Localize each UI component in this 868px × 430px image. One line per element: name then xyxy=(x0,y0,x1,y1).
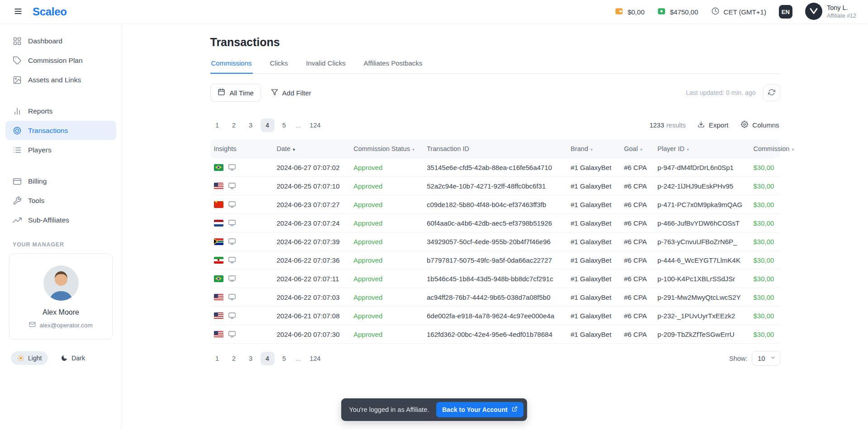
cell-player-id: p-232-_1PUvUyrTxEEzk2 xyxy=(652,307,748,325)
sidebar-item-reports[interactable]: Reports xyxy=(5,101,116,121)
table-row[interactable]: 2024-06-27 07:07:02 Approved 35145e6e-cf… xyxy=(210,158,780,177)
cell-brand: #1 GalaxyBet xyxy=(565,288,619,307)
page-button-1[interactable]: 1 xyxy=(210,118,224,132)
sidebar-item-players[interactable]: Players xyxy=(5,140,116,160)
cell-transaction-id: 6de002fa-e918-4a78-9624-4c97ee000e4a xyxy=(422,307,565,325)
cell-commission: $30,00 xyxy=(748,269,780,288)
page-button-3[interactable]: 3 xyxy=(244,352,258,365)
table-row[interactable]: 2024-06-22 07:07:36 Approved b7797817-50… xyxy=(210,251,780,269)
user-role: Affiliate #12 xyxy=(827,12,856,19)
date-range-button[interactable]: All Time xyxy=(210,84,261,102)
cell-brand: #1 GalaxyBet xyxy=(565,177,619,195)
country-flag-icon xyxy=(214,312,223,319)
app-logo[interactable]: Scaleo xyxy=(33,5,67,18)
table-row[interactable]: 2024-06-22 07:07:11 Approved 1b546c45-1b… xyxy=(210,269,780,288)
sidebar-item-label: Assets and Links xyxy=(28,76,81,84)
theme-dark-button[interactable]: Dark xyxy=(54,351,91,365)
theme-dark-label: Dark xyxy=(71,354,85,362)
pending-balance[interactable]: $0,00 xyxy=(615,7,645,17)
cell-goal: #6 CPA xyxy=(619,232,652,251)
page-button-1[interactable]: 1 xyxy=(210,352,224,365)
cell-goal: #6 CPA xyxy=(619,307,652,325)
column-header-goal[interactable]: Goal▾ xyxy=(619,139,652,158)
columns-button[interactable]: Columns xyxy=(740,118,780,132)
cell-commission-status: Approved xyxy=(348,269,422,288)
table-row[interactable]: 2024-06-22 07:07:03 Approved ac94ff28-76… xyxy=(210,288,780,307)
language-selector[interactable]: EN xyxy=(779,5,792,19)
hamburger-menu-button[interactable] xyxy=(12,5,24,19)
table-row[interactable]: 2024-06-20 07:07:30 Approved 162fd362-00… xyxy=(210,325,780,344)
pagination-top: 12345...124 xyxy=(210,118,325,132)
sidebar-item-label: Dashboard xyxy=(28,37,62,45)
available-balance-value: $4750,00 xyxy=(670,8,698,16)
tab-clicks[interactable]: Clicks xyxy=(269,54,289,74)
cell-player-id: p-466-JufBvYDW6hCOSsT xyxy=(652,214,748,232)
device-desktop-icon xyxy=(228,293,236,301)
cell-goal: #6 CPA xyxy=(619,195,652,214)
cell-commission: $30,00 xyxy=(748,232,780,251)
page-button-2[interactable]: 2 xyxy=(227,352,241,365)
device-desktop-icon xyxy=(228,237,236,246)
available-balance[interactable]: $4750,00 xyxy=(657,7,698,17)
page-button-5[interactable]: 5 xyxy=(277,118,291,132)
column-header-date[interactable]: Date▾ xyxy=(271,139,348,158)
sidebar-item-tools[interactable]: Tools xyxy=(5,191,116,210)
back-to-account-button[interactable]: Back to Your Account xyxy=(436,402,523,417)
cell-transaction-id: b7797817-5075-49fc-9a5f-0da66ac22727 xyxy=(422,251,565,269)
page-size-select[interactable]: 10 xyxy=(752,351,780,366)
sidebar-item-billing[interactable]: Billing xyxy=(5,171,116,191)
cell-brand: #1 GalaxyBet xyxy=(565,232,619,251)
page-size-value: 10 xyxy=(758,355,765,362)
page-button-2[interactable]: 2 xyxy=(227,118,241,132)
theme-light-button[interactable]: Light xyxy=(11,351,48,365)
column-header-commission-status[interactable]: Commission Status▾ xyxy=(348,139,422,158)
page-button-124[interactable]: 124 xyxy=(306,352,325,365)
sort-caret-icon: ▾ xyxy=(412,147,414,152)
page-button-4[interactable]: 4 xyxy=(261,118,275,132)
table-row[interactable]: 2024-06-25 07:07:10 Approved 52a2c94e-10… xyxy=(210,177,780,195)
page-button-5[interactable]: 5 xyxy=(277,352,291,365)
table-row[interactable]: 2024-06-21 07:07:08 Approved 6de002fa-e9… xyxy=(210,307,780,325)
cell-commission: $30,00 xyxy=(748,158,780,177)
export-button[interactable]: Export xyxy=(697,118,729,132)
sidebar-item-label: Transactions xyxy=(28,127,68,135)
sidebar-item-commission-plan[interactable]: Commission Plan xyxy=(5,51,116,70)
tab-affiliates-postbacks[interactable]: Affiliates Postbacks xyxy=(363,54,423,74)
table-row[interactable]: 2024-06-22 07:07:39 Approved 34929057-50… xyxy=(210,232,780,251)
page-button-4[interactable]: 4 xyxy=(261,352,275,365)
column-header-brand[interactable]: Brand▾ xyxy=(565,139,619,158)
sidebar-item-transactions[interactable]: Transactions xyxy=(5,121,116,140)
page-button-3[interactable]: 3 xyxy=(244,118,258,132)
columns-label: Columns xyxy=(752,121,779,129)
sort-caret-icon: ▾ xyxy=(590,147,593,152)
user-menu[interactable]: Tony L. Affiliate #12 xyxy=(805,3,856,21)
column-header-commission[interactable]: Commission▾ xyxy=(748,139,780,158)
country-flag-icon xyxy=(214,201,223,208)
manager-email-value: alex@operator.com xyxy=(39,322,92,329)
tab-commissions[interactable]: Commissions xyxy=(210,54,253,74)
page-button-124[interactable]: 124 xyxy=(306,118,325,132)
results-word: results xyxy=(666,122,686,129)
sidebar-item-dashboard[interactable]: Dashboard xyxy=(5,31,116,51)
cell-goal: #6 CPA xyxy=(619,325,652,344)
refresh-button[interactable] xyxy=(763,84,780,101)
manager-email[interactable]: alex@operator.com xyxy=(29,321,92,329)
add-filter-button[interactable]: Add Filter xyxy=(270,86,312,100)
table-row[interactable]: 2024-06-23 07:07:24 Approved 60f4aa0c-a4… xyxy=(210,214,780,232)
theme-light-label: Light xyxy=(28,354,42,362)
cell-goal: #6 CPA xyxy=(619,214,652,232)
pagination-bottom: 12345...124 xyxy=(210,352,325,365)
sidebar-item-sub-affiliates[interactable]: Sub-Affiliates xyxy=(5,210,116,230)
table-row[interactable]: 2024-06-23 07:07:27 Approved c09de182-5b… xyxy=(210,195,780,214)
cell-commission: $30,00 xyxy=(748,195,780,214)
sidebar-item-assets-and-links[interactable]: Assets and Links xyxy=(5,70,116,90)
column-header-player-id[interactable]: Player ID▾ xyxy=(652,139,748,158)
image-icon xyxy=(13,76,22,85)
user-avatar xyxy=(805,3,822,21)
cell-commission-status: Approved xyxy=(348,251,422,269)
device-desktop-icon xyxy=(228,182,236,190)
cell-commission: $30,00 xyxy=(748,177,780,195)
timezone-selector[interactable]: CET (GMT+1) xyxy=(711,7,766,17)
tab-invalid-clicks[interactable]: Invalid Clicks xyxy=(305,54,347,74)
sidebar-item-label: Billing xyxy=(28,177,47,185)
